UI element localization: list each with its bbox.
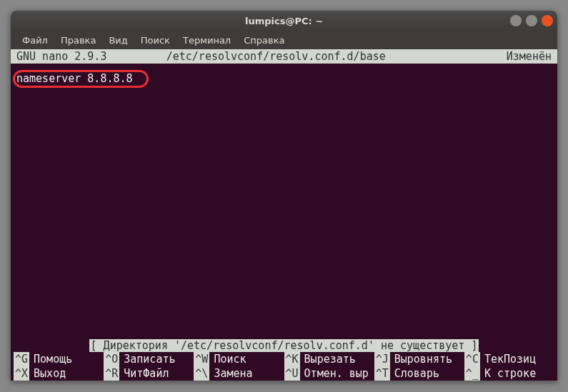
minimize-button[interactable] [510,15,522,26]
menu-help[interactable]: Справка [238,33,290,48]
menubar: Файл Правка Вид Поиск Терминал Справка [11,31,557,49]
nano-status: Изменён [507,49,552,64]
shortcut-uncut: ^UОтмен. выр [284,366,374,381]
menu-search[interactable]: Поиск [135,33,176,48]
menu-file[interactable]: Файл [16,33,54,48]
terminal-area[interactable]: GNU nano 2.9.3 /etc/resolvconf/resolv.co… [11,49,557,381]
shortcut-row-1: ^GПомощь ^OЗаписать ^WПоиск ^KВырезать ^… [11,352,557,366]
shortcut-readfile: ^RЧитФайл [104,366,194,381]
shortcut-help: ^GПомощь [14,352,104,366]
nano-message: [ Директория '/etc/resolvconf/resolv.con… [11,339,557,352]
close-button[interactable] [542,15,553,26]
shortcut-curpos: ^CТекПозиц [464,352,554,366]
menu-edit[interactable]: Правка [55,33,101,48]
nano-header: GNU nano 2.9.3 /etc/resolvconf/resolv.co… [11,49,557,64]
shortcut-gotoline: ^_К строке [464,366,554,381]
menu-view[interactable]: Вид [103,33,133,48]
editor-body[interactable]: nameserver 8.8.8.8 [11,64,557,85]
nano-message-text: [ Директория '/etc/resolvconf/resolv.con… [89,339,479,352]
menu-terminal[interactable]: Терминал [177,33,236,48]
shortcut-cut: ^KВырезать [284,352,374,366]
shortcut-spell: ^TСловарь [374,366,464,381]
shortcut-search: ^WПоиск [194,352,284,366]
nano-filepath: /etc/resolvconf/resolv.conf.d/base [166,49,507,64]
shortcut-justify: ^JВыровнять [374,352,464,366]
shortcut-row-2: ^XВыход ^RЧитФайл ^\Замена ^UОтмен. выр … [11,366,557,381]
shortcut-exit: ^XВыход [14,366,104,381]
window-controls [510,15,553,26]
terminal-window: lumpics@PC: ~ Файл Правка Вид Поиск Терм… [11,11,557,381]
shortcut-write: ^OЗаписать [104,352,194,366]
file-content[interactable]: nameserver 8.8.8.8 [16,72,552,85]
shortcut-replace: ^\Замена [194,366,284,381]
maximize-button[interactable] [526,15,537,26]
titlebar[interactable]: lumpics@PC: ~ [11,11,557,31]
window-title: lumpics@PC: ~ [245,16,323,26]
nano-version: GNU nano 2.9.3 [16,49,166,64]
nano-shortcuts: ^GПомощь ^OЗаписать ^WПоиск ^KВырезать ^… [11,352,557,381]
